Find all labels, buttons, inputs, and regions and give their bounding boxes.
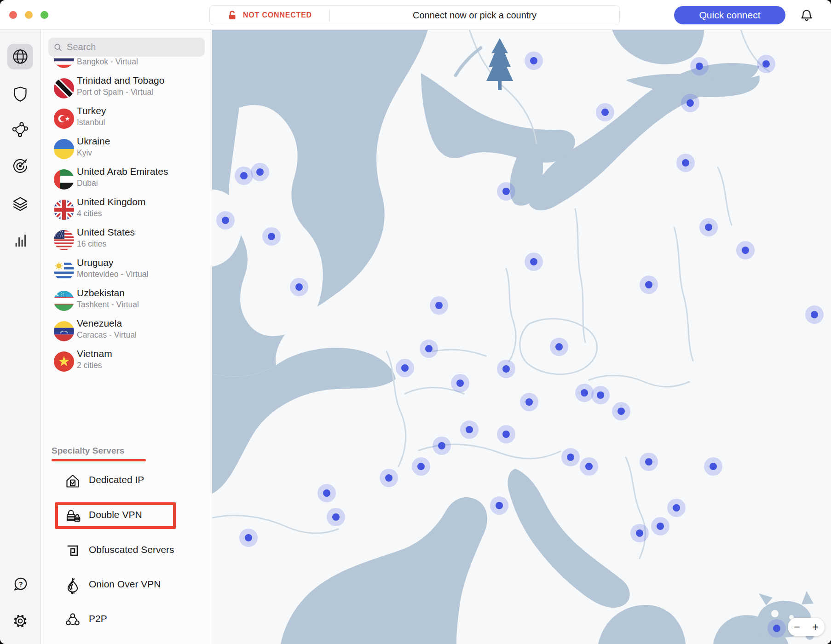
server-pin[interactable] bbox=[317, 484, 336, 502]
minimize-window-button[interactable] bbox=[25, 11, 33, 19]
country-row-uruguay[interactable]: Uruguay Montevideo - Virtual bbox=[40, 255, 212, 286]
server-pin[interactable] bbox=[591, 386, 610, 404]
server-pin[interactable] bbox=[640, 453, 658, 471]
server-pin[interactable] bbox=[596, 103, 614, 121]
server-pin[interactable] bbox=[699, 218, 718, 236]
country-city: 16 cities bbox=[77, 239, 106, 249]
country-row-uzbekistan[interactable]: Uzbekistan Tashkent - Virtual bbox=[40, 286, 212, 316]
dedicated-ip-icon bbox=[63, 472, 82, 490]
country-city: Kyiv bbox=[77, 148, 92, 158]
server-pin[interactable] bbox=[451, 374, 469, 392]
close-window-button[interactable] bbox=[9, 11, 17, 19]
specialty-label: Obfuscated Servers bbox=[89, 544, 174, 555]
server-pin[interactable] bbox=[667, 499, 686, 517]
top-bar: NOT CONNECTED Connect now or pick a coun… bbox=[0, 0, 831, 30]
tab-statistics[interactable] bbox=[10, 230, 30, 251]
specialty-dedicated-ip[interactable]: Dedicated IP bbox=[40, 468, 212, 494]
map-base-layer bbox=[212, 29, 831, 644]
globe-icon bbox=[10, 46, 30, 67]
server-pin[interactable] bbox=[420, 339, 438, 358]
server-pin[interactable] bbox=[561, 448, 580, 466]
server-pin[interactable] bbox=[412, 457, 430, 476]
tab-meshnet[interactable] bbox=[10, 120, 30, 140]
specialty-p2p[interactable]: P2P bbox=[40, 607, 212, 632]
server-pin[interactable] bbox=[430, 296, 448, 315]
server-pin[interactable] bbox=[651, 517, 669, 535]
country-row-venezuela[interactable]: Venezuela Caracas - Virtual bbox=[40, 316, 212, 346]
specialty-label: P2P bbox=[89, 613, 107, 624]
specialty-servers-header: Specialty Servers bbox=[52, 446, 124, 456]
server-pin[interactable] bbox=[630, 524, 649, 542]
server-pin[interactable] bbox=[290, 278, 308, 296]
server-sidebar: Bangkok - Virtual Trinidad and Tobago Po… bbox=[40, 29, 212, 644]
map-zoom-control: − + bbox=[788, 618, 825, 636]
server-pin[interactable] bbox=[497, 360, 515, 378]
server-pin[interactable] bbox=[704, 457, 722, 476]
specialty-onion-over-vpn[interactable]: Onion Over VPN bbox=[40, 572, 212, 598]
server-pin[interactable] bbox=[251, 163, 269, 181]
tab-map[interactable] bbox=[10, 46, 30, 67]
server-pin[interactable] bbox=[497, 182, 515, 201]
zoom-in-button[interactable]: + bbox=[806, 618, 825, 636]
trinidad-and-tobago-flag-icon bbox=[54, 78, 74, 98]
server-pin[interactable] bbox=[768, 619, 786, 638]
search-box[interactable] bbox=[48, 38, 205, 57]
specialty-header-red-underline bbox=[52, 459, 146, 461]
specialty-obfuscated-servers[interactable]: Obfuscated Servers bbox=[40, 538, 212, 564]
country-row-trinidad-and-tobago[interactable]: Trinidad and Tobago Port of Spain - Virt… bbox=[40, 73, 212, 104]
server-pin[interactable] bbox=[433, 437, 451, 455]
thailand-flag-icon bbox=[54, 58, 74, 68]
tab-presets[interactable] bbox=[10, 195, 30, 215]
country-row-vietnam[interactable]: Vietnam 2 cities bbox=[40, 346, 212, 377]
country-row-united-arab-emirates[interactable]: United Arab Emirates Dubai bbox=[40, 164, 212, 195]
server-pin[interactable] bbox=[736, 241, 755, 259]
country-row-thailand[interactable]: Bangkok - Virtual bbox=[40, 58, 212, 73]
country-city: Istanbul bbox=[77, 118, 105, 127]
quick-connect-button[interactable]: Quick connect bbox=[674, 6, 785, 24]
europe-map[interactable]: − + bbox=[212, 29, 831, 644]
server-pin[interactable] bbox=[460, 420, 479, 439]
tab-threat-protection[interactable] bbox=[10, 156, 30, 176]
server-pin[interactable] bbox=[580, 457, 598, 476]
server-pin[interactable] bbox=[262, 227, 281, 246]
country-row-turkey[interactable]: Turkey Istanbul bbox=[40, 104, 212, 134]
server-pin[interactable] bbox=[525, 52, 543, 70]
server-pin[interactable] bbox=[380, 469, 398, 487]
connect-hint-text[interactable]: Connect now or pick a country bbox=[330, 10, 619, 21]
specialty-double-vpn[interactable]: Double VPN bbox=[40, 503, 212, 529]
server-pin[interactable] bbox=[757, 55, 775, 73]
zoom-window-button[interactable] bbox=[40, 11, 48, 19]
server-pin[interactable] bbox=[235, 167, 253, 185]
tab-security[interactable] bbox=[10, 84, 30, 104]
united-kingdom-flag-icon bbox=[54, 200, 74, 220]
server-pin[interactable] bbox=[520, 393, 538, 411]
server-pin[interactable] bbox=[490, 496, 508, 515]
server-pin[interactable] bbox=[550, 338, 568, 356]
country-row-united-kingdom[interactable]: United Kingdom 4 cities bbox=[40, 195, 212, 225]
server-pin[interactable] bbox=[216, 211, 235, 230]
vietnam-flag-icon bbox=[54, 351, 74, 372]
server-pin[interactable] bbox=[575, 384, 594, 402]
server-pin[interactable] bbox=[612, 402, 630, 420]
server-pin[interactable] bbox=[690, 57, 709, 75]
server-pin[interactable] bbox=[327, 508, 345, 526]
country-city: Caracas - Virtual bbox=[77, 330, 137, 340]
server-pin[interactable] bbox=[525, 253, 543, 271]
server-pin[interactable] bbox=[396, 359, 414, 377]
notifications-bell-icon[interactable] bbox=[800, 8, 814, 22]
settings-button[interactable] bbox=[10, 611, 30, 631]
server-pin[interactable] bbox=[676, 154, 695, 172]
help-button[interactable]: ? bbox=[10, 574, 30, 594]
zoom-out-button[interactable]: − bbox=[788, 618, 806, 636]
server-pin[interactable] bbox=[805, 305, 824, 324]
country-name: Vietnam bbox=[77, 348, 112, 359]
country-name: United Kingdom bbox=[77, 196, 145, 207]
server-pin[interactable] bbox=[497, 425, 515, 443]
server-pin[interactable] bbox=[640, 276, 658, 294]
server-pin[interactable] bbox=[681, 94, 699, 112]
target-icon bbox=[10, 156, 30, 176]
country-row-united-states[interactable]: United States 16 cities bbox=[40, 225, 212, 255]
country-row-ukraine[interactable]: Ukraine Kyiv bbox=[40, 134, 212, 164]
server-pin[interactable] bbox=[239, 529, 258, 547]
search-input[interactable] bbox=[66, 41, 199, 53]
